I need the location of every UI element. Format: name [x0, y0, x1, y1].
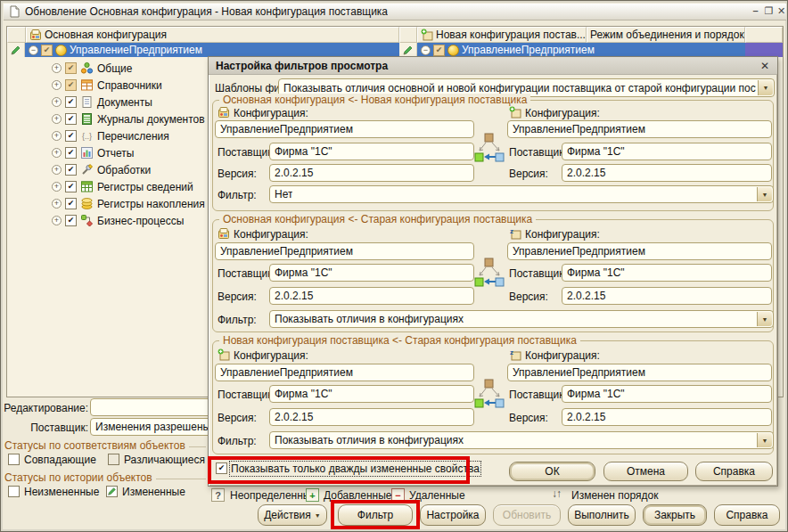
maximize-button[interactable]: ❐: [763, 5, 775, 17]
changed-checkbox[interactable]: [106, 486, 118, 497]
item-checkbox[interactable]: ✔: [65, 181, 77, 192]
column-header-merge-mode[interactable]: Режим объединения и порядок подчин...: [587, 27, 745, 43]
dialog-close-icon[interactable]: ✕: [758, 59, 772, 72]
dropdown-arrow-icon[interactable]: ▼: [758, 80, 773, 95]
config-field[interactable]: УправлениеПредприятием: [507, 242, 772, 260]
expand-icon[interactable]: +: [52, 216, 62, 225]
editing-label: Редактирование:: [3, 402, 88, 414]
expand-icon[interactable]: +: [52, 148, 62, 158]
item-checkbox[interactable]: ✔: [65, 130, 77, 142]
svg-text:z: z: [510, 227, 513, 235]
version-field[interactable]: 2.0.2.15: [269, 164, 474, 182]
tree-item-registry-nakopleniya[interactable]: + ✔ Регистры накопления: [8, 195, 208, 212]
run-button[interactable]: Выполнить: [568, 504, 636, 526]
dropdown-arrow-icon[interactable]: ▼: [757, 187, 772, 201]
root-checkbox[interactable]: ✔: [433, 45, 445, 56]
settings-button[interactable]: Настройка: [420, 504, 486, 526]
tree-item-obshchie[interactable]: + ✔ Общие: [8, 60, 208, 77]
window-title: Обновление Основная конфигурация - Новая…: [25, 5, 388, 18]
undefined-label: Неопределенные: [230, 489, 316, 502]
item-checkbox[interactable]: ✔: [65, 62, 77, 74]
documents-icon: [80, 95, 94, 109]
changed-label: Измененные: [122, 486, 185, 498]
version-field[interactable]: 2.0.2.15: [562, 164, 772, 182]
expand-icon[interactable]: +: [52, 182, 62, 192]
config-label: Конфигурация:: [525, 107, 600, 119]
item-checkbox[interactable]: ✔: [65, 96, 77, 108]
config-field[interactable]: УправлениеПредприятием: [215, 120, 474, 138]
refresh-button[interactable]: Обновить: [493, 504, 561, 526]
item-checkbox[interactable]: ✔: [65, 113, 77, 125]
refresh-label: Обновить: [503, 509, 551, 521]
vendor-field[interactable]: Фирма "1С": [269, 385, 474, 403]
tree-row-root-newconfig[interactable]: − ✔ УправлениеПредприятием: [417, 43, 745, 57]
expand-icon[interactable]: +: [52, 114, 62, 124]
tree-row-root[interactable]: − ✔ УправлениеПредприятием: [25, 43, 399, 57]
expand-icon[interactable]: +: [52, 97, 62, 107]
column-header-new-config[interactable]: Новая конфигурация постав...: [417, 27, 587, 43]
version-label: Версия:: [218, 291, 257, 303]
dialog-help-button[interactable]: Справка: [695, 462, 773, 481]
editing-field[interactable]: [90, 398, 215, 416]
expand-icon[interactable]: +: [52, 131, 62, 141]
config-label: Конфигурация:: [234, 228, 308, 241]
close-window-button[interactable]: Закрыть: [643, 504, 707, 526]
version-field[interactable]: 2.0.2.15: [562, 408, 772, 426]
tree-item-biznes-processy[interactable]: + ✔ Бизнес-процессы: [8, 212, 208, 229]
config-field[interactable]: УправлениеПредприятием: [507, 120, 772, 138]
config-field[interactable]: УправлениеПредприятием: [215, 242, 474, 260]
row-edit-marker-cell2: [399, 43, 417, 57]
unchanged-checkbox[interactable]: [8, 486, 20, 497]
item-checkbox[interactable]: ✔: [65, 215, 77, 226]
vendor-field[interactable]: Фирма "1С": [269, 143, 474, 160]
column-header-status2[interactable]: [399, 27, 417, 43]
config-field[interactable]: УправлениеПредприятием: [507, 364, 772, 381]
differing-checkbox[interactable]: [108, 454, 119, 465]
vendor-field[interactable]: Изменения разрешены: [90, 418, 215, 436]
filter-dropdown[interactable]: Показывать отличия в конфигурациях ▼: [269, 431, 774, 449]
item-checkbox[interactable]: ✔: [65, 147, 77, 159]
tree-item-perechisleniya[interactable]: + ✔ {..} Перечисления: [8, 127, 208, 144]
collapse-icon[interactable]: −: [29, 45, 38, 55]
tree-row-root-mode-cell[interactable]: [745, 43, 783, 57]
tree-item-dokumenty[interactable]: + ✔ Документы: [8, 94, 208, 110]
expand-icon[interactable]: +: [52, 80, 62, 90]
vendor-field[interactable]: Фирма "1С": [562, 264, 772, 282]
minimize-button[interactable]: –: [750, 5, 761, 16]
filter-dropdown[interactable]: Нет ▼: [269, 185, 774, 203]
matching-checkbox[interactable]: [8, 454, 20, 465]
tree-item-obrabotki[interactable]: + ✔ Обработки: [8, 161, 208, 178]
help-button[interactable]: Справка: [714, 504, 780, 526]
root-label: УправлениеПредприятием: [462, 44, 595, 56]
version-field[interactable]: 2.0.2.15: [562, 287, 772, 305]
item-checkbox[interactable]: ✔: [65, 79, 77, 91]
expand-icon[interactable]: +: [52, 165, 62, 175]
version-field[interactable]: 2.0.2.15: [269, 408, 474, 426]
tree-item-zhurnaly[interactable]: + ✔ Журналы документов: [8, 110, 208, 127]
actions-button[interactable]: Действия ▼: [258, 504, 327, 526]
column-header-main-config[interactable]: Основная конфигурация: [26, 27, 399, 43]
expand-icon[interactable]: +: [52, 199, 62, 209]
close-button[interactable]: ✕: [776, 5, 787, 17]
root-checkbox[interactable]: ✔: [41, 45, 53, 56]
column-header-empty[interactable]: [745, 27, 783, 43]
vendor-field[interactable]: Фирма "1С": [269, 264, 474, 282]
config-field[interactable]: УправлениеПредприятием: [215, 364, 474, 381]
cancel-button[interactable]: Отмена: [603, 462, 688, 481]
vendor-field[interactable]: Фирма "1С": [562, 385, 772, 403]
tree-item-label: Общие: [97, 62, 132, 75]
tree-item-spravochniki[interactable]: + ✔ Справочники: [8, 77, 208, 94]
ok-button[interactable]: ОК: [509, 462, 595, 481]
item-checkbox[interactable]: ✔: [65, 164, 77, 176]
tree-item-registry-svedeniy[interactable]: + ✔ Регистры сведений: [8, 178, 208, 195]
version-field[interactable]: 2.0.2.15: [269, 287, 474, 305]
collapse-icon[interactable]: −: [421, 45, 431, 55]
dropdown-arrow-icon[interactable]: ▼: [757, 312, 772, 326]
item-checkbox[interactable]: ✔: [65, 198, 77, 209]
dropdown-arrow-icon[interactable]: ▼: [757, 433, 772, 447]
expand-icon[interactable]: +: [52, 63, 62, 73]
tree-item-otchety[interactable]: + ✔ Отчеты: [8, 144, 208, 161]
column-header-status[interactable]: [7, 27, 26, 43]
vendor-field[interactable]: Фирма "1С": [562, 143, 772, 160]
filter-dropdown[interactable]: Показывать отличия в конфигурациях ▼: [269, 310, 774, 328]
